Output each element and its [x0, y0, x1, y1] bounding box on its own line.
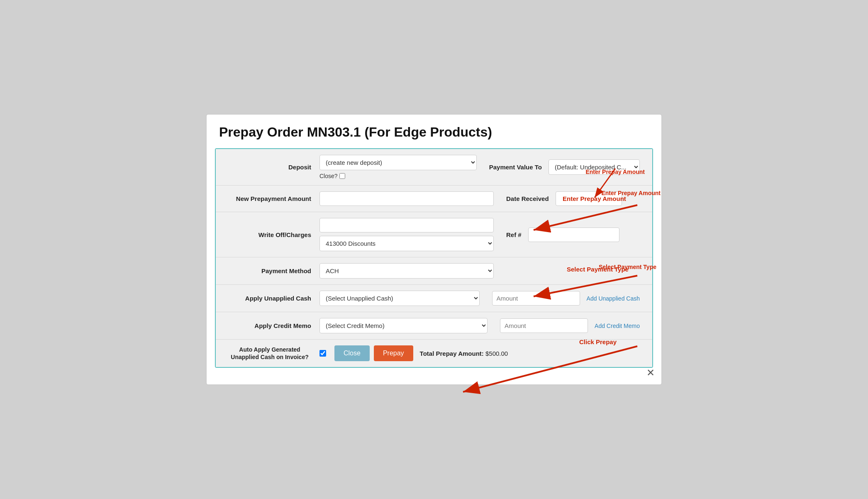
payment-method-field: ACH	[319, 263, 494, 279]
form-rows: Deposit (create new deposit) Close? Paym…	[216, 149, 652, 367]
select-payment-annotation: Select Payment Type	[599, 264, 656, 270]
credit-memo-row: Apply Credit Memo (Select Credit Memo) A…	[216, 312, 652, 340]
unapplied-cash-label: Apply Unapplied Cash	[228, 295, 319, 302]
unapplied-cash-select[interactable]: (Select Unapplied Cash)	[319, 291, 480, 306]
modal-container: Prepay Order MN303.1 (For Edge Products)…	[206, 114, 662, 385]
add-unapplied-cash-button[interactable]: Add Unapplied Cash	[587, 295, 640, 302]
payment-method-label: Payment Method	[228, 267, 319, 274]
auto-apply-label: Auto Apply Generated Unapplied Cash on I…	[228, 346, 311, 361]
prepay-button[interactable]: Prepay	[374, 345, 413, 361]
unapplied-cash-row: Apply Unapplied Cash (Select Unapplied C…	[216, 285, 652, 312]
writeoff-label: Write Off/Charges	[228, 231, 319, 238]
add-credit-memo-button[interactable]: Add Credit Memo	[595, 323, 640, 329]
close-checkbox-label: Close?	[319, 173, 338, 179]
total-prepay-section: Total Prepay Amount: $500.00	[420, 350, 508, 357]
writeoff-amount-input[interactable]: 0	[319, 218, 494, 232]
close-button[interactable]: Close	[334, 345, 370, 361]
credit-memo-amount-section: Add Credit Memo	[500, 318, 640, 333]
payment-value-to-label: Payment Value To	[489, 164, 542, 171]
credit-memo-label: Apply Credit Memo	[228, 322, 319, 329]
writeoff-row: Write Off/Charges 0 413000 Discounts Ref…	[216, 212, 652, 257]
total-prepay-label: Total Prepay Amount:	[420, 350, 484, 357]
ref-input[interactable]	[528, 227, 619, 242]
date-received-input[interactable]: 2023-09-04	[556, 191, 622, 206]
prepayment-row: New Prepayment Amount 500 Date Received …	[216, 186, 652, 212]
date-received-section: Date Received 2023-09-04	[506, 191, 622, 206]
deposit-field: (create new deposit) Close?	[319, 155, 477, 179]
page-title: Prepay Order MN303.1 (For Edge Products)	[207, 115, 661, 148]
bottom-row: Auto Apply Generated Unapplied Cash on I…	[216, 340, 652, 367]
prepayment-label: New Prepayment Amount	[228, 195, 319, 202]
date-received-label: Date Received	[506, 195, 549, 202]
ref-section: Ref #	[506, 227, 619, 242]
modal-close-button[interactable]: ✕	[646, 367, 655, 379]
credit-memo-select[interactable]: (Select Credit Memo)	[319, 318, 488, 333]
deposit-row: Deposit (create new deposit) Close? Paym…	[216, 149, 652, 186]
prepayment-amount-input[interactable]: 500	[319, 191, 494, 206]
close-checkbox-row: Close?	[319, 173, 477, 179]
payment-value-to-select[interactable]: (Default: Undeposited C...	[549, 159, 640, 175]
payment-method-select[interactable]: ACH	[319, 263, 494, 279]
close-checkbox[interactable]	[339, 173, 345, 179]
credit-memo-amount-input[interactable]	[500, 318, 588, 333]
payment-method-row: Payment Method ACH Select Payment Type	[216, 257, 652, 285]
unapplied-cash-amount-input[interactable]	[492, 291, 580, 306]
prepayment-field: 500	[319, 191, 494, 206]
total-prepay-value: $500.00	[485, 350, 508, 357]
deposit-select[interactable]: (create new deposit)	[319, 155, 477, 170]
auto-apply-checkbox[interactable]	[319, 350, 326, 357]
ref-label: Ref #	[506, 231, 522, 238]
deposit-label: Deposit	[228, 164, 319, 171]
credit-memo-field: (Select Credit Memo)	[319, 318, 488, 333]
writeoff-fields: 0 413000 Discounts	[319, 218, 494, 251]
writeoff-account-select[interactable]: 413000 Discounts	[319, 236, 494, 251]
unapplied-cash-amount-section: Add Unapplied Cash	[492, 291, 640, 306]
payment-value-to-section: Payment Value To (Default: Undeposited C…	[489, 159, 640, 175]
unapplied-cash-field: (Select Unapplied Cash)	[319, 291, 480, 306]
form-body: Deposit (create new deposit) Close? Paym…	[215, 148, 653, 368]
